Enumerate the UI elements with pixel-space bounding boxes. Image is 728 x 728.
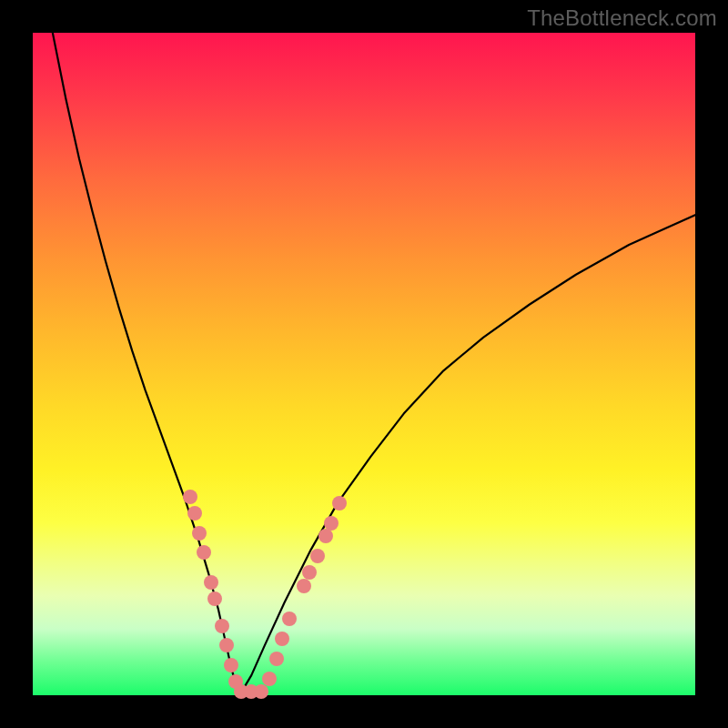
curve-dot (197, 545, 211, 560)
curve-dot (262, 672, 277, 686)
curve-dot (269, 652, 284, 666)
curve-dot (324, 516, 339, 531)
curve-dot (254, 684, 268, 699)
curve-dot (183, 490, 197, 504)
curve-dot (297, 579, 311, 593)
curve-dot (282, 612, 297, 626)
curve-dot (332, 496, 347, 511)
curve-dot (215, 619, 229, 633)
curve-dot (224, 658, 238, 672)
curve-dot (204, 575, 218, 590)
bottleneck-curve (53, 33, 695, 692)
curve-dot (310, 549, 325, 563)
curve-dot (302, 565, 317, 580)
curve-dot (187, 506, 202, 521)
curve-dot (219, 638, 234, 652)
curve-dot (207, 592, 222, 606)
curve-layer (33, 33, 695, 695)
curve-dot (275, 632, 289, 646)
curve-dot (318, 529, 333, 543)
watermark-text: TheBottleneck.com (527, 5, 717, 31)
curve-dot (192, 526, 207, 541)
plot-area (33, 33, 695, 695)
